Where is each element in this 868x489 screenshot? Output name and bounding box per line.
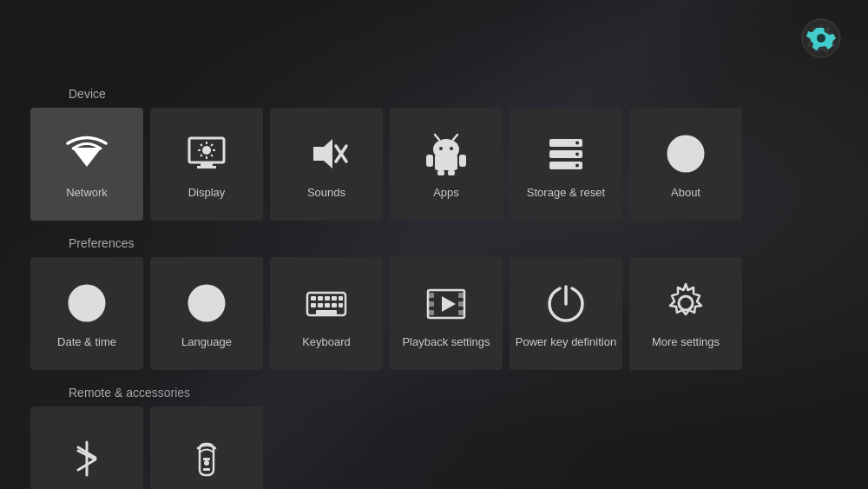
tile-more-settings[interactable]: More settings	[629, 257, 742, 370]
tile-playback[interactable]: Playback settings	[390, 257, 503, 370]
svg-line-24	[435, 135, 439, 140]
svg-rect-5	[197, 166, 216, 169]
tile-storage-label: Storage & reset	[527, 186, 605, 199]
svg-line-14	[201, 155, 202, 156]
tile-language-label: Language	[181, 335, 232, 348]
tile-network[interactable]: Network	[30, 108, 143, 221]
svg-point-1	[817, 34, 825, 43]
svg-marker-2	[72, 148, 102, 167]
tile-date-time-label: Date & time	[57, 335, 116, 348]
svg-rect-69	[203, 458, 210, 460]
svg-rect-70	[203, 468, 210, 471]
svg-rect-27	[448, 170, 455, 175]
tile-keyboard[interactable]: Keyboard	[270, 257, 383, 370]
svg-rect-59	[428, 310, 434, 315]
svg-rect-45	[311, 296, 316, 301]
svg-marker-63	[442, 296, 456, 312]
svg-point-68	[204, 460, 209, 466]
svg-rect-47	[325, 296, 330, 301]
preferences-section: Preferences Date & time	[30, 236, 868, 370]
svg-line-25	[453, 135, 457, 140]
tile-network-label: Network	[66, 186, 108, 199]
tile-more-settings-label: More settings	[652, 335, 720, 348]
device-section: Device Network	[30, 87, 868, 221]
svg-rect-36	[684, 151, 688, 164]
svg-rect-19	[435, 155, 457, 170]
svg-rect-57	[428, 293, 434, 298]
svg-rect-53	[332, 303, 337, 307]
tile-bluetooth[interactable]	[30, 406, 143, 489]
bluetooth-icon	[63, 435, 110, 482]
svg-line-13	[211, 144, 213, 146]
tile-keyboard-label: Keyboard	[302, 335, 351, 348]
remote-section: Remote & accessories	[30, 386, 868, 489]
svg-rect-60	[458, 293, 464, 298]
tile-remote[interactable]	[150, 406, 263, 489]
tile-power-key[interactable]: Power key definition	[510, 257, 622, 370]
svg-rect-4	[201, 162, 213, 166]
gear-sm-icon	[662, 280, 709, 327]
remote-label: Remote & accessories	[69, 386, 868, 400]
svg-rect-52	[325, 303, 330, 307]
tile-display-label: Display	[188, 186, 226, 199]
tile-sounds[interactable]: Sounds	[270, 108, 383, 221]
power-icon	[542, 280, 589, 327]
svg-rect-62	[458, 310, 464, 315]
tile-power-key-label: Power key definition	[516, 335, 616, 348]
remote-tiles-row	[30, 406, 868, 489]
preferences-label: Preferences	[69, 236, 868, 250]
svg-point-33	[575, 163, 579, 167]
svg-line-11	[201, 144, 202, 146]
svg-rect-46	[318, 296, 323, 301]
android-icon	[423, 130, 470, 177]
svg-rect-20	[426, 155, 433, 167]
tile-language[interactable]: Language	[150, 257, 263, 370]
svg-rect-48	[332, 296, 337, 301]
clock-icon	[63, 280, 110, 327]
tile-date-time[interactable]: Date & time	[30, 257, 143, 370]
svg-point-31	[575, 141, 579, 144]
svg-rect-58	[428, 301, 434, 307]
info-icon	[662, 130, 709, 177]
device-label: Device	[69, 87, 868, 101]
device-tiles-row: Network	[30, 108, 868, 221]
keyboard-icon	[303, 280, 350, 327]
svg-point-6	[202, 146, 211, 155]
svg-point-32	[575, 152, 579, 155]
svg-point-65	[679, 296, 693, 310]
sound-off-icon	[303, 130, 350, 177]
svg-rect-26	[437, 170, 444, 175]
globe-icon	[183, 280, 230, 327]
remote-icon	[183, 435, 230, 482]
svg-rect-50	[311, 303, 316, 307]
svg-rect-49	[339, 296, 343, 301]
svg-point-22	[439, 147, 443, 150]
svg-marker-15	[313, 139, 332, 169]
tile-apps[interactable]: Apps	[390, 108, 503, 221]
svg-rect-54	[339, 303, 343, 307]
tile-sounds-label: Sounds	[307, 186, 345, 199]
svg-point-23	[450, 147, 453, 150]
wifi-icon	[63, 130, 110, 177]
tile-about-label: About	[671, 186, 700, 199]
tile-about[interactable]: About	[629, 108, 742, 221]
tile-playback-label: Playback settings	[402, 335, 490, 348]
storage-icon	[542, 130, 589, 177]
film-icon	[423, 280, 470, 327]
svg-line-12	[211, 155, 213, 156]
svg-rect-55	[316, 310, 337, 314]
svg-rect-51	[318, 303, 323, 307]
svg-rect-21	[459, 155, 466, 167]
settings-icon[interactable]	[800, 17, 842, 59]
svg-point-40	[85, 301, 89, 305]
svg-point-35	[684, 143, 688, 148]
tile-storage[interactable]: Storage & reset	[510, 108, 622, 221]
tile-display[interactable]: Display	[150, 108, 263, 221]
tile-apps-label: Apps	[433, 186, 459, 199]
preferences-tiles-row: Date & time Language	[30, 257, 868, 370]
svg-rect-61	[458, 301, 464, 307]
display-icon	[183, 130, 230, 177]
